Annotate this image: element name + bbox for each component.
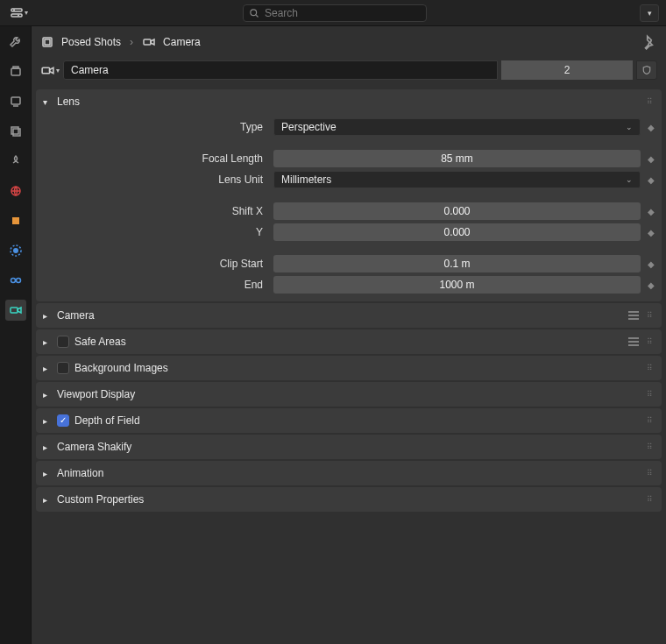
svg-rect-6 xyxy=(11,68,20,75)
tab-output[interactable] xyxy=(5,91,26,112)
datablock-name-field[interactable]: Camera xyxy=(63,60,498,80)
animate-dot[interactable]: ◆ xyxy=(648,123,655,132)
tab-object[interactable] xyxy=(5,210,26,231)
chevron-down-icon xyxy=(43,97,52,107)
field-value: Millimeters xyxy=(281,173,331,186)
tab-scene[interactable] xyxy=(5,151,26,172)
drag-handle[interactable]: ⠿ xyxy=(647,495,655,504)
drag-handle[interactable]: ⠿ xyxy=(647,469,655,478)
tab-physics[interactable] xyxy=(5,240,26,261)
svg-point-33 xyxy=(628,341,630,343)
wrench-icon xyxy=(9,35,23,49)
camera-icon xyxy=(142,35,156,49)
animate-dot[interactable]: ◆ xyxy=(648,228,655,237)
field-clip-start[interactable]: 0.1 m xyxy=(273,255,641,272)
svg-point-27 xyxy=(628,315,630,316)
panel-header-bg-images[interactable]: Background Images ⠿ xyxy=(36,356,662,380)
search-box[interactable] xyxy=(243,4,427,22)
shield-icon xyxy=(641,65,652,75)
animate-dot[interactable]: ◆ xyxy=(648,259,655,269)
editor-type-selector[interactable]: ▾ xyxy=(7,4,30,22)
panel-header-safe-areas[interactable]: Safe Areas ⠿ xyxy=(36,329,662,354)
chevron-right-icon xyxy=(43,442,52,452)
field-shift-y[interactable]: 0.000 xyxy=(273,223,641,241)
drag-handle[interactable]: ⠿ xyxy=(647,416,655,425)
dof-checkbox[interactable] xyxy=(57,414,69,427)
breadcrumb-item-camera[interactable]: Camera xyxy=(142,35,201,49)
label-shift-x: Shift X xyxy=(43,205,266,217)
pin-button[interactable] xyxy=(641,34,657,50)
datablock-browse[interactable]: ▾ xyxy=(40,60,60,80)
options-dropdown[interactable]: ▾ xyxy=(640,4,659,22)
panel-title: Custom Properties xyxy=(57,493,144,506)
svg-rect-1 xyxy=(11,14,22,17)
panel-title: Camera Shakify xyxy=(57,441,131,453)
panel-header-lens[interactable]: Lens ⠿ xyxy=(36,89,662,114)
tab-view-layer[interactable] xyxy=(5,121,26,142)
svg-line-5 xyxy=(256,15,258,17)
datablock-users-count: 2 xyxy=(564,64,570,76)
panel-header-viewport[interactable]: Viewport Display ⠿ xyxy=(36,382,662,407)
drag-handle[interactable]: ⠿ xyxy=(647,390,655,399)
drag-handle[interactable]: ⠿ xyxy=(647,97,655,106)
physics-icon xyxy=(9,244,23,258)
field-value: Perspective xyxy=(281,121,337,133)
tab-tool[interactable] xyxy=(5,32,26,53)
safe-areas-checkbox[interactable] xyxy=(57,336,69,348)
animate-dot[interactable]: ◆ xyxy=(648,280,655,290)
animate-dot[interactable]: ◆ xyxy=(648,207,655,216)
panel-header-dof[interactable]: Depth of Field ⠿ xyxy=(36,408,662,433)
field-lens-unit[interactable]: Millimeters ⌄ xyxy=(273,171,641,188)
panel-header-custom[interactable]: Custom Properties ⠿ xyxy=(36,487,662,512)
field-value: 1000 m xyxy=(439,279,474,291)
label-shift-y: Y xyxy=(43,226,266,238)
svg-rect-20 xyxy=(45,39,50,45)
chevron-right-icon xyxy=(43,469,52,478)
panel-header-shakify[interactable]: Camera Shakify ⠿ xyxy=(36,435,662,459)
panel-viewport: Viewport Display ⠿ xyxy=(36,382,662,407)
fake-user-toggle[interactable] xyxy=(636,60,657,80)
panel-header-camera[interactable]: Camera ⠿ xyxy=(36,303,662,328)
tab-render[interactable] xyxy=(5,61,26,82)
preset-button[interactable] xyxy=(627,335,641,349)
field-lens-type[interactable]: Perspective ⌄ xyxy=(273,118,641,136)
svg-rect-21 xyxy=(144,39,151,45)
datablock-row: ▾ Camera 2 xyxy=(36,58,662,82)
drag-handle[interactable]: ⠿ xyxy=(647,311,655,320)
chevron-right-icon xyxy=(43,311,52,321)
drag-handle[interactable]: ⠿ xyxy=(647,364,655,372)
animate-dot[interactable]: ◆ xyxy=(648,175,655,185)
field-focal-length[interactable]: 85 mm xyxy=(273,150,641,167)
field-clip-end[interactable]: 1000 m xyxy=(273,276,641,294)
chevron-right-icon: › xyxy=(130,36,133,48)
properties-icon xyxy=(10,6,24,20)
chevron-right-icon xyxy=(43,416,52,426)
svg-point-28 xyxy=(628,318,630,320)
preset-button[interactable] xyxy=(627,308,641,322)
svg-point-16 xyxy=(11,279,15,283)
breadcrumb-item-collection[interactable]: Posed Shots xyxy=(40,35,121,49)
search-icon xyxy=(249,8,259,18)
panel-animation: Animation ⠿ xyxy=(36,461,662,485)
tab-world[interactable] xyxy=(5,180,26,202)
panel-custom: Custom Properties ⠿ xyxy=(36,487,662,512)
field-value: 85 mm xyxy=(441,152,473,165)
field-shift-x[interactable]: 0.000 xyxy=(273,202,641,220)
tab-data-camera[interactable] xyxy=(5,300,26,321)
svg-point-3 xyxy=(18,14,19,16)
svg-point-34 xyxy=(628,344,630,346)
svg-point-2 xyxy=(13,9,15,11)
topbar: ▾ ▾ xyxy=(0,0,666,26)
tab-constraints[interactable] xyxy=(5,270,26,291)
panel-header-animation[interactable]: Animation ⠿ xyxy=(36,461,662,485)
breadcrumb-label: Camera xyxy=(163,36,201,48)
label-clip-start: Clip Start xyxy=(43,258,266,270)
object-icon xyxy=(9,214,23,228)
drag-handle[interactable]: ⠿ xyxy=(647,337,655,346)
search-input[interactable] xyxy=(265,7,421,19)
drag-handle[interactable]: ⠿ xyxy=(647,442,655,451)
animate-dot[interactable]: ◆ xyxy=(648,154,655,164)
datablock-users[interactable]: 2 xyxy=(501,60,633,80)
bg-images-checkbox[interactable] xyxy=(57,362,69,374)
chevron-right-icon xyxy=(43,364,52,373)
